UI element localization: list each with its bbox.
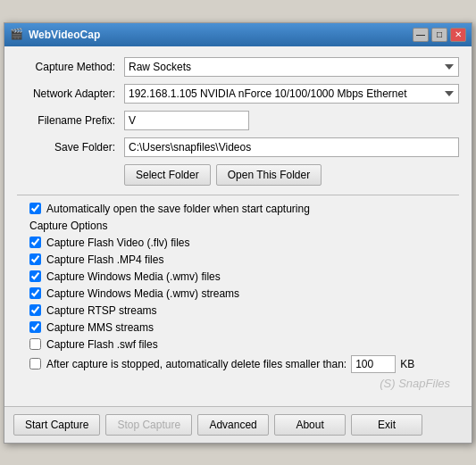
window-title: WebVideoCap	[29, 29, 100, 41]
filename-prefix-input[interactable]	[124, 111, 249, 130]
auto-delete-label: After capture is stopped, automatically …	[46, 358, 347, 370]
network-adapter-label: Network Adapter:	[17, 87, 124, 100]
capture-method-row: Capture Method: Raw Sockets	[17, 57, 459, 77]
cb-rtsp-label: Capture RTSP streams	[46, 304, 157, 317]
cb-swf-label: Capture Flash .swf files	[46, 338, 158, 351]
auto-delete-unit: KB	[400, 358, 414, 370]
advanced-button[interactable]: Advanced	[197, 414, 269, 436]
cb-rtsp[interactable]	[29, 304, 41, 316]
cb-wmv-files-label: Capture Windows Media (.wmv) files	[46, 270, 221, 283]
capture-method-control: Raw Sockets	[124, 57, 459, 77]
cb-swf[interactable]	[29, 338, 41, 350]
main-window: 🎬 WebVideoCap — □ ✕ Capture Method: Raw …	[4, 22, 472, 444]
stop-capture-button[interactable]: Stop Capture	[105, 414, 192, 436]
checkbox-row-1: Capture Flash Video (.flv) files	[17, 237, 459, 249]
auto-open-row: Automatically open the save folder when …	[17, 203, 459, 215]
folder-buttons: Select Folder Open This Folder	[124, 164, 459, 186]
cb-mp4[interactable]	[29, 253, 41, 265]
network-adapter-select[interactable]: 192.168.1.105 NVIDIA nForce 10/100/1000 …	[124, 84, 459, 104]
checkbox-row-5: Capture RTSP streams	[17, 304, 459, 317]
network-adapter-row: Network Adapter: 192.168.1.105 NVIDIA nF…	[17, 84, 459, 104]
cb-wmv-streams[interactable]	[29, 287, 41, 299]
save-folder-input[interactable]	[124, 137, 459, 157]
title-bar: 🎬 WebVideoCap — □ ✕	[4, 23, 472, 46]
minimize-button[interactable]: —	[413, 28, 429, 42]
cb-mp4-label: Capture Flash .MP4 files	[46, 253, 163, 266]
network-adapter-control: 192.168.1.105 NVIDIA nForce 10/100/1000 …	[124, 84, 459, 104]
app-icon: 🎬	[10, 28, 24, 42]
auto-delete-row: After capture is stopped, automatically …	[17, 355, 459, 373]
bottom-bar: Start Capture Stop Capture Advanced Abou…	[4, 406, 472, 443]
about-button[interactable]: About	[274, 414, 346, 436]
checkbox-row-2: Capture Flash .MP4 files	[17, 253, 459, 266]
filename-prefix-control	[124, 111, 459, 130]
title-bar-left: 🎬 WebVideoCap	[10, 28, 100, 42]
auto-delete-checkbox[interactable]	[29, 358, 41, 370]
filename-prefix-row: Filename Prefix:	[17, 111, 459, 130]
open-folder-button[interactable]: Open This Folder	[216, 164, 322, 186]
filename-prefix-label: Filename Prefix:	[17, 114, 124, 127]
auto-open-label: Automatically open the save folder when …	[46, 203, 310, 215]
exit-button[interactable]: Exit	[351, 414, 422, 436]
capture-method-select[interactable]: Raw Sockets	[124, 57, 459, 77]
save-folder-control	[124, 137, 459, 157]
content-area: Capture Method: Raw Sockets Network Adap…	[4, 46, 472, 406]
checkbox-row-4: Capture Windows Media (.wmv) streams	[17, 287, 459, 300]
capture-options-label: Capture Options	[17, 220, 459, 232]
cb-mms-label: Capture MMS streams	[46, 321, 154, 334]
close-button[interactable]: ✕	[450, 28, 466, 42]
cb-flv[interactable]	[29, 237, 41, 248]
checkbox-row-7: Capture Flash .swf files	[17, 338, 459, 351]
capture-method-label: Capture Method:	[17, 61, 124, 73]
divider-1	[17, 195, 459, 195]
cb-mms[interactable]	[29, 321, 41, 333]
auto-delete-size-input[interactable]	[351, 355, 396, 373]
save-folder-row: Save Folder:	[17, 137, 459, 157]
checkbox-row-3: Capture Windows Media (.wmv) files	[17, 270, 459, 283]
auto-open-checkbox[interactable]	[29, 203, 41, 214]
title-bar-buttons: — □ ✕	[413, 28, 466, 42]
save-folder-label: Save Folder:	[17, 141, 124, 154]
select-folder-button[interactable]: Select Folder	[124, 164, 211, 186]
watermark-area: (S) SnapFiles	[17, 377, 459, 390]
start-capture-button[interactable]: Start Capture	[13, 414, 100, 436]
cb-wmv-streams-label: Capture Windows Media (.wmv) streams	[46, 287, 239, 300]
maximize-button[interactable]: □	[431, 28, 447, 42]
watermark-text: (S) SnapFiles	[380, 377, 450, 390]
cb-wmv-files[interactable]	[29, 270, 41, 282]
cb-flv-label: Capture Flash Video (.flv) files	[46, 237, 190, 249]
checkbox-row-6: Capture MMS streams	[17, 321, 459, 334]
